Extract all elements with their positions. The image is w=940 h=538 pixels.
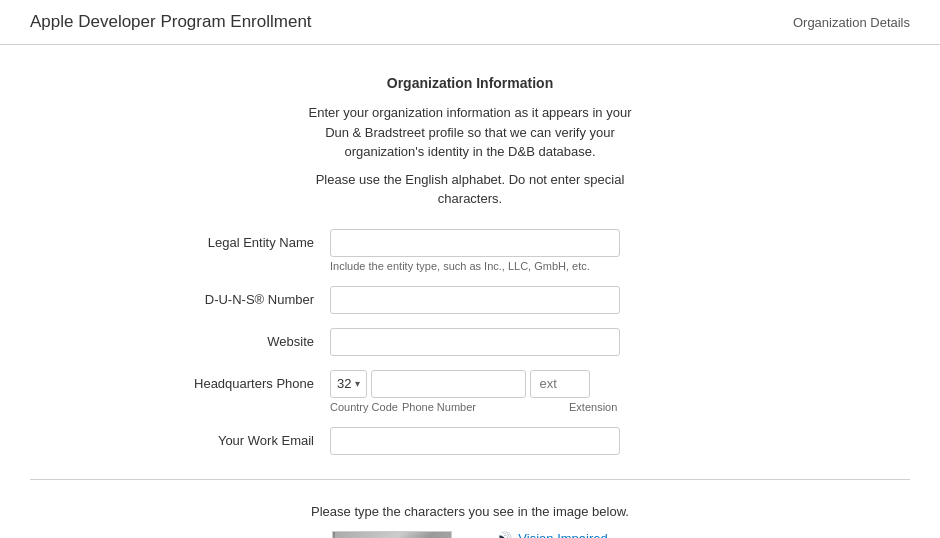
- phone-number-input[interactable]: [371, 370, 526, 398]
- section-description-1: Enter your organization information as i…: [300, 103, 640, 162]
- captcha-links: Vision Impaired Try another: [495, 531, 607, 539]
- legal-entity-field: Include the entity type, such as Inc., L…: [330, 229, 820, 272]
- phone-group: 32 ▾: [330, 370, 820, 398]
- section-title: Organization Information: [120, 75, 820, 91]
- phone-number-label: Phone Number: [402, 401, 565, 413]
- step-label: Organization Details: [793, 15, 910, 30]
- org-form: Legal Entity Name Include the entity typ…: [120, 229, 820, 455]
- legal-entity-hint: Include the entity type, such as Inc., L…: [330, 260, 820, 272]
- captcha-section: Please type the characters you see in th…: [170, 504, 770, 539]
- website-input[interactable]: [330, 328, 620, 356]
- main-content: Organization Information Enter your orga…: [0, 45, 940, 538]
- duns-input[interactable]: [330, 286, 620, 314]
- legal-entity-row: Legal Entity Name Include the entity typ…: [120, 229, 820, 272]
- hq-phone-field: 32 ▾ Country Code Phone Number Extension: [330, 370, 820, 413]
- website-label: Website: [120, 328, 330, 349]
- captcha-left-col: WGP Letters are not case sensitive: [332, 531, 475, 539]
- phone-ext-input[interactable]: [530, 370, 590, 398]
- extension-label: Extension: [569, 401, 629, 413]
- page-title: Apple Developer Program Enrollment: [30, 12, 312, 32]
- vision-impaired-link[interactable]: Vision Impaired: [495, 531, 607, 539]
- page-header: Apple Developer Program Enrollment Organ…: [0, 0, 940, 45]
- phone-country-code: 32: [337, 376, 351, 391]
- phone-labels: Country Code Phone Number Extension: [330, 401, 820, 413]
- speaker-icon: [495, 531, 512, 539]
- work-email-field: [330, 427, 820, 455]
- duns-label: D-U-N-S® Number: [120, 286, 330, 307]
- captcha-prompt: Please type the characters you see in th…: [200, 504, 740, 519]
- legal-entity-input[interactable]: [330, 229, 620, 257]
- country-code-label: Country Code: [330, 401, 398, 413]
- work-email-label: Your Work Email: [120, 427, 330, 448]
- section-divider: [30, 479, 910, 480]
- hq-phone-row: Headquarters Phone 32 ▾ Country Code Pho…: [120, 370, 820, 413]
- chevron-down-icon: ▾: [355, 378, 360, 389]
- phone-country-selector[interactable]: 32 ▾: [330, 370, 367, 398]
- duns-row: D-U-N-S® Number: [120, 286, 820, 314]
- hq-phone-label: Headquarters Phone: [120, 370, 330, 391]
- org-info-section: Organization Information Enter your orga…: [120, 75, 820, 455]
- duns-field: [330, 286, 820, 314]
- work-email-input[interactable]: [330, 427, 620, 455]
- vision-impaired-label: Vision Impaired: [518, 531, 607, 538]
- captcha-row: WGP Letters are not case sensitive Visio…: [200, 531, 740, 539]
- captcha-text: WGP: [332, 532, 452, 539]
- website-field: [330, 328, 820, 356]
- legal-entity-label: Legal Entity Name: [120, 229, 330, 250]
- work-email-row: Your Work Email: [120, 427, 820, 455]
- section-description-2: Please use the English alphabet. Do not …: [300, 170, 640, 209]
- website-row: Website: [120, 328, 820, 356]
- captcha-image: WGP: [332, 531, 452, 539]
